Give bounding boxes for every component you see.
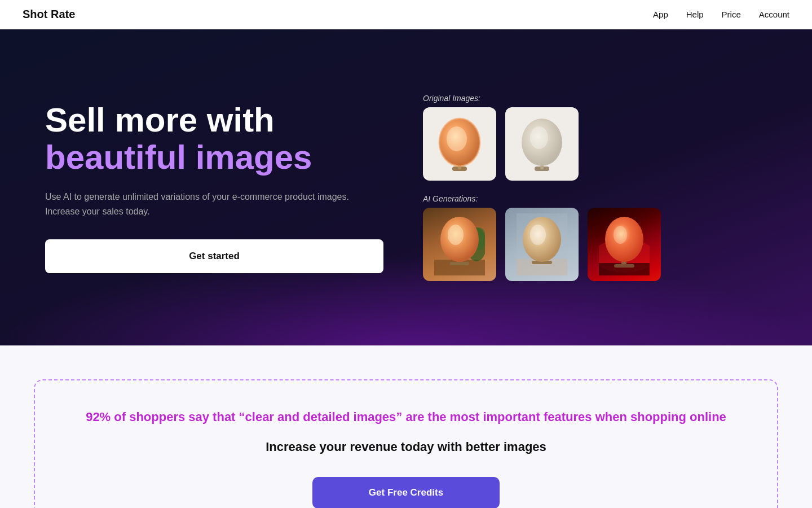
- hero-subtitle-line2: Increase your sales today.: [45, 204, 389, 219]
- nav-link-price[interactable]: Price: [722, 10, 741, 19]
- gen3-lamp-svg: [599, 213, 650, 275]
- svg-point-15: [448, 225, 464, 245]
- site-logo[interactable]: Shot Rate: [23, 8, 75, 21]
- ai-generations-label: AI Generations:: [423, 194, 661, 203]
- nav-link-help[interactable]: Help: [686, 10, 704, 19]
- hero-subtitle-line1: Use AI to generate unlimited variations …: [45, 190, 389, 204]
- ai-gen-image-2: [505, 208, 579, 281]
- ai-gen-image-3: [588, 208, 661, 281]
- hero-right: Original Images:: [389, 94, 767, 281]
- navbar: Shot Rate App Help Price Account: [0, 0, 812, 29]
- hero-title: Sell more with beautiful images: [45, 102, 389, 176]
- stat-box: 92% of shoppers say that “clear and deta…: [34, 379, 778, 508]
- stat-headline: 92% of shoppers say that “clear and deta…: [86, 409, 726, 426]
- get-free-credits-button[interactable]: Get Free Credits: [312, 477, 500, 508]
- nav-link-app[interactable]: App: [653, 10, 668, 19]
- hero-section: Sell more with beautiful images Use AI t…: [0, 29, 812, 345]
- lamp-svg-2: [517, 113, 567, 175]
- hero-left: Sell more with beautiful images Use AI t…: [45, 102, 389, 273]
- nav-link-account[interactable]: Account: [759, 10, 789, 19]
- svg-point-8: [530, 126, 548, 149]
- hero-title-line1: Sell more with: [45, 102, 389, 139]
- gen2-lamp-svg: [517, 213, 567, 275]
- ai-generations-section: AI Generations:: [423, 194, 661, 281]
- svg-rect-25: [614, 264, 634, 268]
- svg-rect-13: [450, 262, 469, 265]
- ai-gen-image-1: [423, 208, 496, 281]
- original-images-section: Original Images:: [423, 94, 579, 181]
- gen1-lamp-svg: [434, 213, 485, 275]
- original-image-1: [423, 107, 496, 181]
- hero-subtitle: Use AI to generate unlimited variations …: [45, 190, 389, 218]
- stat-subheadline: Increase your revenue today with better …: [266, 440, 546, 454]
- original-image-2: [505, 107, 579, 181]
- get-started-button[interactable]: Get started: [45, 239, 383, 273]
- svg-point-27: [614, 226, 627, 244]
- svg-point-4: [447, 126, 467, 151]
- original-images-row: [423, 107, 579, 181]
- hero-title-line2: beautiful images: [45, 139, 389, 176]
- nav-links: App Help Price Account: [653, 10, 789, 20]
- lamp-wrapper-2: [505, 107, 579, 181]
- ai-generations-row: [423, 208, 661, 281]
- svg-point-21: [530, 225, 546, 245]
- original-images-label: Original Images:: [423, 94, 579, 103]
- stat-section: 92% of shoppers say that “clear and deta…: [0, 345, 812, 508]
- lamp-svg-1: [434, 113, 485, 175]
- lamp-wrapper-1: [423, 107, 496, 181]
